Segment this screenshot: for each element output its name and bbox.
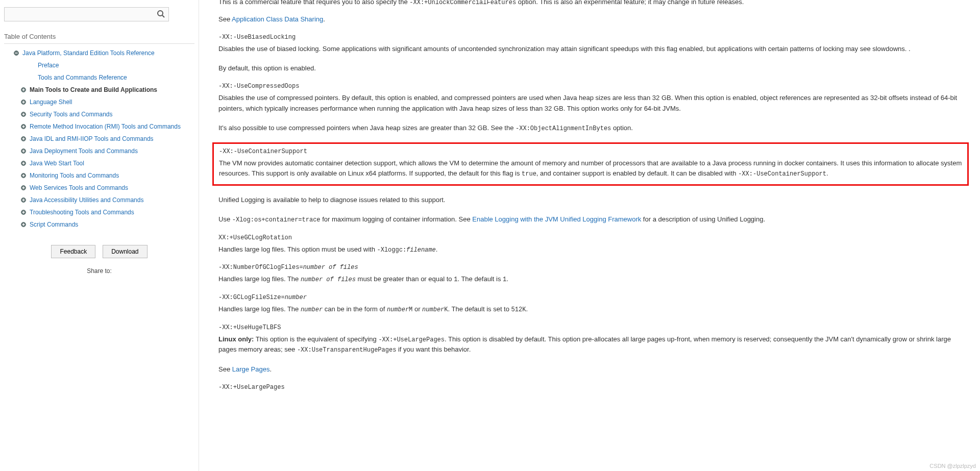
expand-icon[interactable] (20, 148, 27, 154)
toc-item[interactable]: Java Accessibility Utilities and Command… (4, 194, 194, 206)
button-row: Feedback Download (4, 245, 194, 258)
expand-icon[interactable] (20, 185, 27, 191)
option-desc: The VM now provides automatic container … (219, 158, 962, 179)
toc-link[interactable]: Language Shell (30, 97, 72, 107)
search-input[interactable] (4, 7, 169, 21)
toc-link[interactable]: Java Web Start Tool (30, 159, 84, 168)
code-italic: number (301, 306, 323, 313)
text: , and container support is enabled by de… (536, 169, 738, 177)
text: Use (218, 215, 232, 223)
toc-item[interactable]: Java Deployment Tools and Commands (4, 145, 194, 157)
text: See (218, 15, 232, 23)
option-name: XX:+UseGCLogRotation (218, 234, 964, 241)
toc-list: Java Platform, Standard Edition Tools Re… (4, 47, 194, 231)
spacer-icon (29, 62, 35, 68)
toc-item[interactable]: Language Shell (4, 96, 194, 108)
feedback-button[interactable]: Feedback (51, 245, 95, 258)
toc-link[interactable]: Remote Method Invocation (RMI) Tools and… (30, 122, 181, 131)
toc-link[interactable]: Preface (38, 61, 59, 70)
expand-icon[interactable] (20, 87, 27, 93)
collapse-icon[interactable] (13, 50, 19, 56)
svg-line-1 (162, 15, 164, 17)
toc-item[interactable]: Remote Method Invocation (RMI) Tools and… (4, 120, 194, 133)
text: if you want this behavior. (396, 345, 471, 353)
download-button[interactable]: Download (103, 245, 147, 258)
toc-link[interactable]: Tools and Commands Reference (38, 73, 127, 82)
text: . The default is set to (448, 305, 511, 313)
text: See (218, 365, 232, 373)
svg-point-0 (158, 11, 163, 16)
toc-link[interactable]: Security Tools and Commands (30, 110, 113, 119)
expand-icon[interactable] (20, 209, 27, 215)
toc-item[interactable]: Preface (4, 59, 194, 71)
see-large-pages: See Large Pages. (218, 364, 964, 375)
expand-icon[interactable] (20, 197, 27, 203)
code-italic: number of files (301, 276, 356, 283)
gclog-rotation-section: XX:+UseGCLogRotation Handles large log f… (218, 234, 964, 255)
search-icon[interactable] (157, 10, 165, 18)
content[interactable]: This is a commercial feature that requir… (199, 0, 980, 471)
toc-item[interactable]: Java Platform, Standard Edition Tools Re… (4, 47, 194, 59)
toc-link[interactable]: Java Accessibility Utilities and Command… (30, 195, 143, 205)
expand-icon[interactable] (20, 172, 27, 179)
expand-icon[interactable] (20, 111, 27, 117)
spacer-icon (29, 75, 35, 81)
code: -XX:GCLogFileSize= (218, 294, 285, 301)
code: -XX:-UseContainerSupport (738, 170, 826, 178)
code-italic: number of files (303, 264, 358, 271)
code-italic: number (285, 294, 307, 301)
application-class-data-sharing-link[interactable]: Application Class Data Sharing (232, 15, 323, 23)
toc-item[interactable]: Script Commands (4, 218, 194, 231)
enable-logging-link[interactable]: Enable Logging with the JVM Unified Logg… (472, 215, 641, 223)
biased-default: By default, this option is enabled. (218, 63, 964, 73)
toc-item[interactable]: Troubleshooting Tools and Commands (4, 206, 194, 218)
share-label: Share to: (4, 267, 194, 275)
code: -XX:+UseLargePages (378, 336, 445, 343)
option-desc: Linux only: This option is the equivalen… (218, 334, 964, 355)
toc-item[interactable]: Web Services Tools and Commands (4, 182, 194, 194)
option-desc: Handles large log files. The number can … (218, 304, 964, 315)
option-name: -XX:+UseHugeTLBFS (218, 324, 964, 331)
toc-link[interactable]: Java Deployment Tools and Commands (30, 146, 138, 156)
toc-link[interactable]: Troubleshooting Tools and Commands (30, 208, 134, 217)
expand-icon[interactable] (20, 221, 27, 228)
text: Handles large log files. The (218, 275, 301, 283)
toc-link[interactable]: Web Services Tools and Commands (30, 183, 128, 192)
linux-only-label: Linux only: (218, 335, 254, 343)
huge-tlbfs-section: -XX:+UseHugeTLBFS Linux only: This optio… (218, 324, 964, 375)
toc-item[interactable]: Main Tools to Create and Build Applicati… (4, 84, 194, 96)
option-desc: Handles large log files. This option mus… (218, 244, 964, 255)
compressed-oops-section: -XX:-UseCompressedOops Disables the use … (218, 83, 964, 133)
text: This option is the equivalent of specify… (254, 335, 378, 343)
toc-link[interactable]: Script Commands (30, 220, 78, 229)
text: can be in the form of (323, 305, 387, 313)
expand-icon[interactable] (20, 160, 27, 166)
unified-logging-note: Unified Logging is available to help to … (218, 195, 964, 205)
toc-item[interactable]: Tools and Commands Reference (4, 71, 194, 84)
text: or (412, 305, 422, 313)
expand-icon[interactable] (20, 123, 27, 130)
code: -Xlog:os+container=trace (232, 216, 321, 224)
toc-link[interactable]: Main Tools to Create and Build Applicati… (30, 85, 157, 94)
toc-item[interactable]: Java IDL and RMI-IIOP Tools and Commands (4, 133, 194, 145)
container-support-highlight: -XX:-UseContainerSupport The VM now prov… (212, 142, 969, 186)
option-name: -XX:+UseLargePages (218, 384, 964, 391)
toc-link[interactable]: Java Platform, Standard Edition Tools Re… (22, 48, 155, 58)
expand-icon[interactable] (20, 136, 27, 142)
large-pages-link[interactable]: Large Pages (232, 365, 270, 373)
option-name: -XX:NumberOfGClogFiles=number of files (218, 264, 964, 271)
toc-item[interactable]: Java Web Start Tool (4, 157, 194, 169)
see-acd: See Application Class Data Sharing. (218, 14, 964, 24)
toc-link[interactable]: Java IDL and RMI-IIOP Tools and Commands (30, 134, 154, 143)
text: option. This is also an experimental fea… (516, 0, 744, 6)
toc-link[interactable]: Monitoring Tools and Commands (30, 171, 119, 180)
text: option. (611, 124, 633, 132)
toc-item[interactable]: Monitoring Tools and Commands (4, 169, 194, 182)
option-name: -XX:-UseContainerSupport (219, 148, 962, 155)
text: for a description of using Unified Loggi… (641, 215, 765, 223)
code: 512K (511, 306, 526, 313)
text: It's also possible to use compressed poi… (218, 124, 516, 132)
expand-icon[interactable] (20, 99, 27, 105)
large-pages-section: -XX:+UseLargePages Enables the use of la… (218, 384, 964, 396)
toc-item[interactable]: Security Tools and Commands (4, 108, 194, 120)
